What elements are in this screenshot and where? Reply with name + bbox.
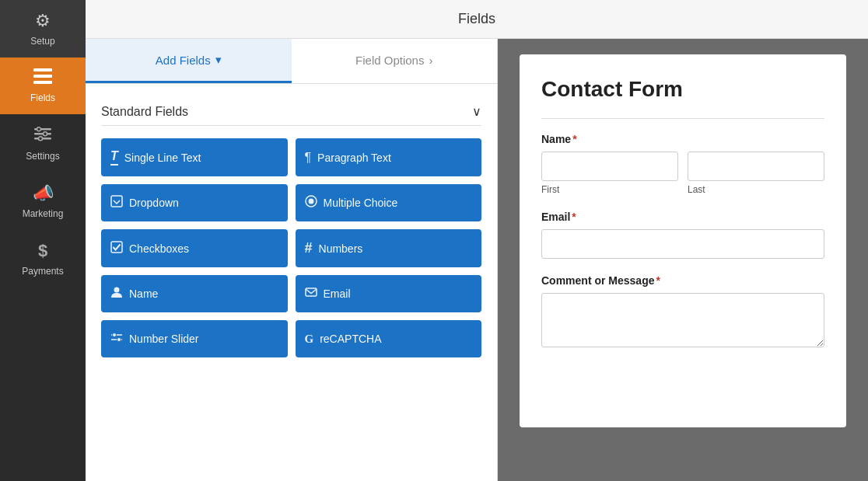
content-area: Add Fields ▾ Field Options › Standard Fi… (86, 39, 868, 481)
sidebar-item-payments[interactable]: $ Payments (0, 230, 86, 288)
settings-icon (34, 125, 51, 146)
form-name-label: Name* (541, 133, 824, 145)
svg-point-8 (39, 137, 43, 141)
fields-icon (33, 68, 52, 88)
dropdown-icon (110, 195, 123, 211)
marketing-icon: 📣 (33, 183, 54, 204)
name-row: First Last (541, 152, 824, 195)
checkboxes-button[interactable]: Checkboxes (101, 229, 288, 267)
svg-rect-12 (111, 242, 122, 253)
svg-rect-0 (33, 68, 52, 71)
multiple-choice-button[interactable]: Multiple Choice (296, 184, 482, 221)
recaptcha-button[interactable]: G reCAPTCHA (296, 320, 482, 357)
email-input[interactable] (541, 229, 824, 259)
svg-point-11 (308, 199, 313, 204)
sidebar-item-settings[interactable]: Settings (0, 114, 86, 173)
comment-textarea[interactable] (541, 293, 824, 347)
paragraph-text-icon: ¶ (305, 151, 312, 165)
standard-fields-section-header[interactable]: Standard Fields ∨ (101, 96, 481, 126)
form-comment-label: Comment or Message* (541, 274, 824, 287)
svg-rect-1 (33, 75, 52, 78)
sidebar: ⚙ Setup Fields Settings 📣 Market (0, 0, 86, 481)
number-slider-icon (110, 331, 123, 347)
gear-icon: ⚙ (35, 11, 51, 31)
form-email-label: Email* (541, 211, 824, 223)
numbers-icon: # (305, 240, 313, 256)
name-person-icon (110, 286, 123, 301)
checkboxes-icon (110, 241, 123, 256)
svg-point-18 (117, 338, 121, 342)
name-button[interactable]: Name (101, 275, 288, 312)
email-button[interactable]: Email (296, 275, 482, 312)
svg-rect-9 (111, 196, 122, 207)
form-email-group: Email* (541, 211, 824, 259)
recaptcha-icon: G (305, 333, 314, 346)
name-last-input[interactable] (688, 152, 824, 181)
fields-panel: Add Fields ▾ Field Options › Standard Fi… (86, 39, 498, 481)
section-collapse-icon: ∨ (472, 104, 481, 119)
single-line-text-button[interactable]: T Single Line Text (101, 138, 288, 176)
form-divider (541, 118, 824, 119)
tab-field-options[interactable]: Field Options › (292, 39, 498, 83)
page-title: Fields (86, 0, 868, 39)
svg-point-6 (37, 127, 41, 131)
single-line-text-icon: T (110, 149, 118, 166)
numbers-button[interactable]: # Numbers (296, 229, 482, 267)
svg-rect-14 (306, 288, 317, 296)
field-buttons-grid: T Single Line Text ¶ Paragraph Text (101, 138, 481, 357)
svg-point-7 (44, 132, 47, 136)
number-slider-button[interactable]: Number Slider (101, 320, 288, 357)
required-star-comment: * (656, 274, 660, 287)
main-content: Fields Add Fields ▾ Field Options › S (86, 0, 868, 481)
svg-point-13 (114, 288, 120, 293)
tab-add-fields[interactable]: Add Fields ▾ (86, 39, 292, 83)
chevron-right-icon: › (429, 54, 432, 67)
form-preview-title: Contact Form (541, 76, 824, 103)
required-star-email: * (572, 211, 576, 223)
required-star: * (572, 133, 576, 145)
preview-panel: Contact Form Name* First Last (498, 39, 868, 481)
sidebar-item-setup[interactable]: ⚙ Setup (0, 0, 86, 58)
chevron-down-icon: ▾ (215, 53, 222, 67)
name-first-input[interactable] (541, 152, 678, 181)
tabs: Add Fields ▾ Field Options › (86, 39, 497, 84)
sidebar-item-fields[interactable]: Fields (0, 58, 86, 114)
svg-point-17 (113, 333, 117, 337)
name-first-label: First (541, 184, 678, 195)
form-preview-card: Contact Form Name* First Last (520, 54, 846, 427)
name-last-col: Last (688, 152, 824, 195)
dropdown-button[interactable]: Dropdown (101, 184, 288, 221)
name-first-col: First (541, 152, 678, 195)
name-last-label: Last (688, 184, 824, 195)
email-icon (305, 286, 317, 301)
form-comment-group: Comment or Message* (541, 274, 824, 350)
multiple-choice-icon (305, 195, 317, 211)
sidebar-item-marketing[interactable]: 📣 Marketing (0, 173, 86, 230)
fields-content: Standard Fields ∨ T Single Line Text ¶ P… (86, 84, 497, 370)
paragraph-text-button[interactable]: ¶ Paragraph Text (296, 138, 482, 176)
svg-rect-2 (33, 81, 52, 84)
form-name-group: Name* First Last (541, 133, 824, 195)
payments-icon: $ (38, 241, 47, 261)
